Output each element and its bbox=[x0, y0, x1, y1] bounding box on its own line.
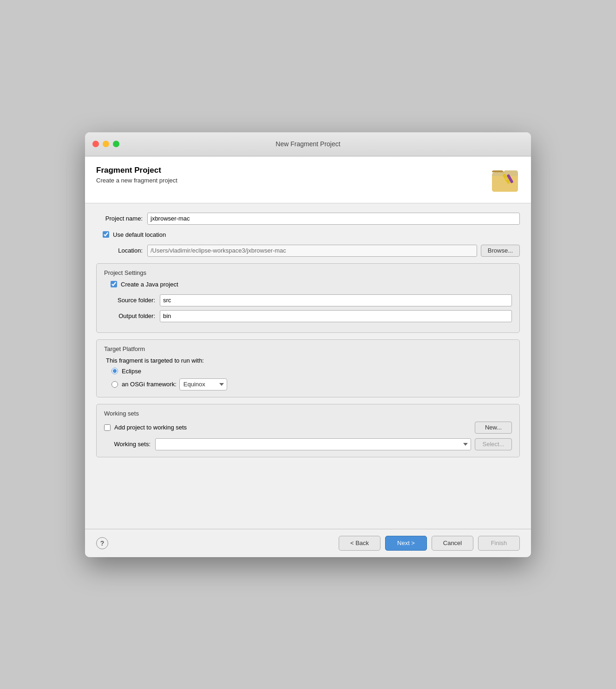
create-java-project-label[interactable]: Create a Java project bbox=[121, 281, 178, 288]
add-to-working-sets-label[interactable]: Add project to working sets bbox=[114, 424, 187, 431]
create-java-project-row: Create a Java project bbox=[104, 281, 512, 288]
eclipse-radio-row: Eclipse bbox=[104, 368, 512, 375]
source-folder-input[interactable] bbox=[160, 294, 512, 306]
working-sets-input-row: Working sets: Select... bbox=[104, 438, 512, 450]
project-name-label: Project name: bbox=[96, 215, 147, 222]
working-sets-title: Working sets bbox=[104, 410, 512, 417]
working-sets-label: Working sets: bbox=[104, 441, 155, 448]
output-folder-row: Output folder: bbox=[104, 310, 512, 322]
eclipse-label[interactable]: Eclipse bbox=[122, 368, 141, 375]
location-input[interactable] bbox=[147, 245, 477, 257]
titlebar: New Fragment Project bbox=[85, 132, 531, 156]
target-platform-description: This fragment is targeted to run with: bbox=[104, 357, 512, 364]
main-content: Project name: Use default location Locat… bbox=[85, 203, 531, 529]
osgi-radio-row: an OSGi framework: Equinox Felix Knopfle… bbox=[104, 378, 512, 390]
navigation-buttons: < Back Next > Cancel Finish bbox=[339, 536, 520, 551]
minimize-button[interactable] bbox=[103, 141, 109, 147]
eclipse-radio[interactable] bbox=[111, 368, 118, 374]
add-to-working-sets-row: Add project to working sets New... bbox=[104, 422, 512, 434]
dialog-window: New Fragment Project Fragment Project Cr… bbox=[85, 132, 531, 557]
browse-button[interactable]: Browse... bbox=[481, 245, 520, 257]
add-to-working-sets-checkbox[interactable] bbox=[104, 424, 111, 431]
project-name-input[interactable] bbox=[147, 213, 520, 225]
header-section: Fragment Project Create a new fragment p… bbox=[85, 156, 531, 203]
header-text: Fragment Project Create a new fragment p… bbox=[96, 166, 177, 184]
output-folder-input[interactable] bbox=[160, 310, 512, 322]
source-folder-label: Source folder: bbox=[104, 297, 160, 304]
dialog-title: Fragment Project bbox=[96, 166, 177, 175]
use-default-location-row: Use default location bbox=[96, 231, 520, 238]
use-default-location-label[interactable]: Use default location bbox=[113, 231, 166, 238]
osgi-label[interactable]: an OSGi framework: bbox=[122, 381, 177, 388]
source-folder-row: Source folder: bbox=[104, 294, 512, 306]
finish-button[interactable]: Finish bbox=[478, 536, 520, 551]
maximize-button[interactable] bbox=[113, 141, 119, 147]
help-button[interactable]: ? bbox=[96, 537, 108, 549]
footer: ? < Back Next > Cancel Finish bbox=[85, 529, 531, 557]
osgi-framework-select[interactable]: Equinox Felix Knopflerfish bbox=[179, 378, 227, 390]
new-working-set-button[interactable]: New... bbox=[475, 422, 512, 434]
window-controls bbox=[92, 141, 119, 147]
cancel-button[interactable]: Cancel bbox=[432, 536, 473, 551]
dialog-subtitle: Create a new fragment project bbox=[96, 177, 177, 184]
close-button[interactable] bbox=[92, 141, 99, 147]
window-title: New Fragment Project bbox=[275, 140, 340, 148]
output-folder-label: Output folder: bbox=[104, 312, 160, 319]
working-sets-select[interactable] bbox=[155, 438, 471, 450]
create-java-project-checkbox[interactable] bbox=[111, 281, 117, 287]
next-button[interactable]: Next > bbox=[385, 536, 427, 551]
target-platform-title: Target Platform bbox=[104, 345, 512, 352]
folder-icon bbox=[490, 166, 520, 195]
project-name-row: Project name: bbox=[96, 213, 520, 225]
location-row: Location: Browse... bbox=[96, 245, 520, 257]
osgi-radio[interactable] bbox=[111, 381, 118, 388]
project-settings-title: Project Settings bbox=[104, 269, 512, 276]
target-platform-section: Target Platform This fragment is targete… bbox=[96, 339, 520, 397]
location-label: Location: bbox=[96, 247, 147, 254]
empty-area bbox=[96, 464, 520, 520]
working-sets-left: Add project to working sets bbox=[104, 424, 187, 431]
use-default-location-checkbox[interactable] bbox=[103, 231, 109, 238]
select-button[interactable]: Select... bbox=[475, 438, 512, 450]
working-sets-section: Working sets Add project to working sets… bbox=[96, 404, 520, 457]
back-button[interactable]: < Back bbox=[339, 536, 380, 551]
project-settings-section: Project Settings Create a Java project S… bbox=[96, 263, 520, 333]
